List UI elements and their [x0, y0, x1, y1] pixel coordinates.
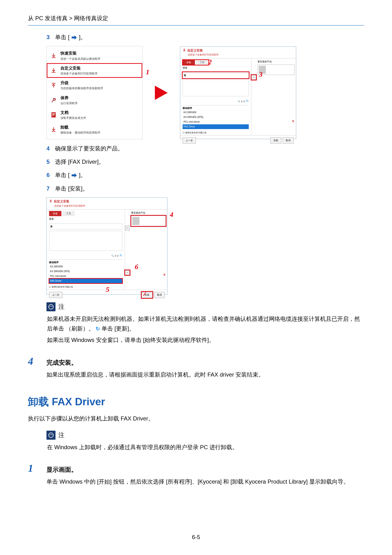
arrow-right-icon: [71, 173, 77, 178]
note-box-1: 注 如果机器未开启则无法检测到机器。如果计算机无法检测到机器，请检查并确认机器通…: [46, 302, 364, 345]
note-icon: [46, 431, 56, 440]
installer-menu: 快速安装 添加一个设备及其默认驱动程序 自定义安装 添加多个设备和打印应用程序: [46, 46, 143, 139]
move-right-button-2: →: [125, 270, 130, 275]
major-step-4: 4 完成安装。 如果出现系统重启信息，请根据画面提示重新启动计算机。此时 FAX…: [28, 353, 364, 379]
play-arrow-icon: [152, 84, 171, 102]
heading-uninstall: 卸载 FAX Driver: [28, 394, 364, 410]
arrow-right-icon: [71, 35, 77, 40]
step-text: 单击 [ ]。: [55, 33, 364, 42]
refresh-icon: ↻: [246, 99, 249, 103]
callout-6: 6: [135, 261, 138, 272]
cancel-button: 取消: [154, 292, 165, 298]
wrench-icon: [50, 97, 57, 104]
install-button: 安装: [270, 137, 281, 144]
installer-uninstall: 卸载 移除设备、驱动程序和应用程序: [47, 122, 142, 137]
installer-documents: 文档 读取手册及自述文件: [47, 108, 142, 122]
download-icon: [49, 199, 52, 204]
tab-tools: 工具: [196, 60, 208, 65]
installer-quick: 快速安装 添加一个设备及其默认驱动程序: [47, 48, 142, 63]
major-step-1: 1 显示画面。 单击 Windows 中的 [开始] 按钮，然后依次选择 [所有…: [28, 460, 364, 486]
callout-5: 5: [106, 284, 109, 295]
tab-devices: 设备: [183, 60, 195, 65]
move-right-button: →: [125, 226, 130, 230]
callout-4: 4: [170, 209, 173, 220]
breadcrumb-text: 从 PC 发送传真 > 网络传真设定: [28, 15, 108, 21]
download-icon: [183, 48, 186, 53]
step-5: 5 选择 [FAX Driver]。: [46, 157, 364, 166]
cancel-button: 取消: [283, 137, 294, 144]
svg-point-5: [49, 433, 53, 438]
installer-maintenance: 保养 运行应用程序: [47, 93, 142, 108]
fax-driver-row: FAX Driver: [49, 278, 122, 283]
wizard-dialog-2: 自定义安装 添加多个设备和打印应用程序 设备 工具 搜索 ▦ 🔍 ⊕: [46, 197, 167, 295]
product-card: [257, 65, 294, 75]
svg-rect-0: [51, 112, 56, 117]
selected-devices: [183, 80, 249, 96]
product-card: [131, 216, 166, 226]
callout-2: 2: [208, 56, 212, 68]
figure-row-1: 快速安装 添加一个设备及其默认驱动程序 自定义安装 添加多个设备和打印应用程序: [46, 46, 364, 139]
document-icon: [50, 111, 57, 118]
download-icon: [50, 52, 57, 59]
svg-rect-3: [52, 115, 54, 116]
svg-rect-2: [52, 114, 55, 115]
device-listbox: ▦: [183, 72, 249, 78]
printer-thumb-icon: [132, 217, 139, 225]
installer-custom: 自定义安装 添加多个设备和打印应用程序: [47, 63, 142, 78]
back-button: 上一步: [183, 137, 196, 144]
back-button: 上一步: [49, 292, 62, 298]
svg-rect-1: [52, 113, 55, 114]
refresh-icon: ↻: [96, 324, 100, 333]
wizard-dialog-1: 自定义安装 添加多个设备和打印应用程序 设备 工具 搜索 ▦ 🔍 ⊕: [180, 46, 296, 139]
callout-3: 3: [259, 69, 263, 80]
refresh-icon: ↻: [120, 253, 122, 257]
step-number: 3: [46, 33, 55, 42]
note-box-2: 注 在 Windows 上卸载时，必须通过具有管理员权限的用户登录 PC 进行卸…: [46, 430, 364, 452]
note-body: 如果机器未开启则无法检测到机器。如果计算机无法检测到机器，请检查并确认机器通过网…: [47, 314, 364, 345]
svg-point-4: [49, 304, 53, 309]
move-right-button: →: [251, 75, 256, 80]
breadcrumb: 从 PC 发送传真 > 网络传真设定: [28, 14, 364, 26]
note-icon: [46, 302, 56, 311]
uninstall-icon: [50, 126, 57, 133]
upload-icon: [50, 82, 57, 89]
figure-2: 自定义安装 添加多个设备和打印应用程序 设备 工具 搜索 ▦ 🔍 ⊕: [46, 197, 175, 295]
h2-subtitle: 执行以下步骤以从您的计算机上卸载 FAX Driver。: [28, 414, 364, 423]
step-3: 3 单击 [ ]。: [46, 33, 364, 42]
installer-upgrade: 升级 为您的版本的驱动程序添加新程序: [47, 78, 142, 93]
download-icon: [50, 67, 57, 74]
page-number: 6-5: [0, 533, 392, 542]
step-7: 7 单击 [安装]。: [46, 184, 364, 193]
callout-7: 7: [143, 288, 146, 299]
step-6: 6 单击 [ ]。: [46, 171, 364, 180]
callout-1: 1: [146, 66, 150, 78]
